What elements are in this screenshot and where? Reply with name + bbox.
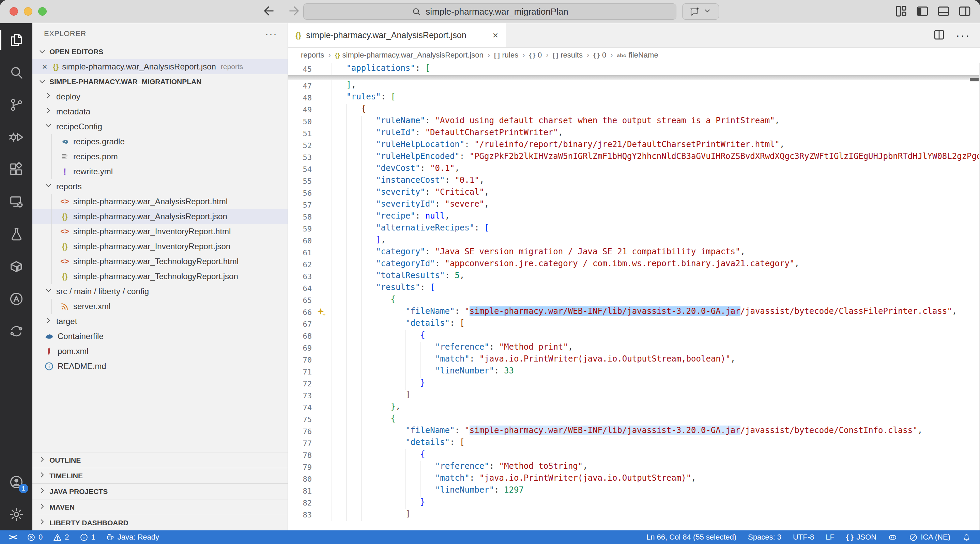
code-line-60[interactable]: 60],	[288, 235, 980, 247]
tree-file-recipes-pom[interactable]: recipes.pom	[32, 149, 288, 164]
code-line-80[interactable]: 80"match": "java.io.PrintWriter(java.io.…	[288, 473, 980, 485]
breadcrumb-item[interactable]: reports	[301, 51, 324, 60]
status-remote-indicator[interactable]: ><	[9, 533, 16, 542]
activity-source-control-icon[interactable]	[0, 89, 32, 121]
code-line-45[interactable]: 45"applications": [	[288, 63, 980, 75]
command-center-search[interactable]: simple-pharmacy.war_migrationPlan	[303, 3, 676, 20]
code-line-53[interactable]: 53"ruleHelpEncoded": "PGgzPkF2b2lkIHVzaW…	[288, 151, 980, 163]
section-outline[interactable]: OUTLINE	[32, 452, 288, 468]
code-line-62[interactable]: 62"categoryId": "appconversion.jre.categ…	[288, 259, 980, 271]
code-line-54[interactable]: 54"devCost": "0.1",	[288, 163, 980, 175]
copilot-chat-button[interactable]	[682, 3, 719, 20]
activity-run-debug-icon[interactable]	[0, 121, 32, 153]
close-tab-icon[interactable]: ×	[493, 30, 498, 41]
code-line-65[interactable]: 65{	[288, 295, 980, 306]
activity-app-modernization-icon[interactable]	[0, 282, 32, 315]
toggle-primary-sidebar-icon[interactable]	[915, 4, 929, 18]
code-line-48[interactable]: 48"rules": [	[288, 92, 980, 104]
activity-testing-icon[interactable]	[0, 218, 32, 250]
code-line-79[interactable]: 79"reference": "Method toString",	[288, 461, 980, 473]
activity-transform-icon[interactable]	[0, 315, 32, 347]
activity-remote-explorer-icon[interactable]	[0, 186, 32, 218]
navigate-forward-icon[interactable]	[287, 4, 301, 19]
code-line-56[interactable]: 56"severity": "Critical",	[288, 187, 980, 199]
activity-accounts-icon[interactable]: 1	[0, 466, 32, 498]
section-java-projects[interactable]: JAVA PROJECTS	[32, 484, 288, 499]
status-eol[interactable]: LF	[826, 533, 835, 542]
tree-folder-deploy[interactable]: deploy	[32, 89, 288, 104]
code-line-70[interactable]: 70"match": "java.io.PrintWriter(java.io.…	[288, 354, 980, 366]
code-line-63[interactable]: 63"totalResults": 5,	[288, 271, 980, 282]
open-editor-item[interactable]: × {} simple-pharmacy.war_AnalysisReport.…	[32, 59, 288, 74]
folded-line-band[interactable]	[288, 75, 980, 80]
status-infos[interactable]: 1	[80, 533, 95, 542]
activity-explorer-icon[interactable]	[0, 24, 32, 56]
code-line-58[interactable]: 58"recipe": null,	[288, 211, 980, 223]
status-java-status[interactable]: Java: Ready	[106, 533, 159, 542]
explorer-actions-icon[interactable]: ···	[265, 28, 277, 40]
breadcrumb-item[interactable]: { }0	[593, 51, 606, 60]
activity-containers-icon[interactable]	[0, 250, 32, 282]
code-line-57[interactable]: 57"severityId": "severe",	[288, 199, 980, 211]
code-line-52[interactable]: 52"ruleHelpLocation": "/ruleinfo/report/…	[288, 140, 980, 151]
status-encoding[interactable]: UTF-8	[793, 533, 814, 542]
code-line-83[interactable]: 83]	[288, 509, 980, 521]
tree-file-simple-pharmacy-war-analysisreport-html[interactable]: <>simple-pharmacy.war_AnalysisReport.htm…	[32, 194, 288, 209]
breadcrumb-item[interactable]: [ ]rules	[494, 51, 518, 60]
status-warnings[interactable]: 2	[53, 533, 69, 542]
navigate-back-icon[interactable]	[262, 4, 276, 19]
tab-analysis-report-json[interactable]: {} simple-pharmacy.war_AnalysisReport.js…	[288, 23, 506, 47]
tree-file-simple-pharmacy-war-inventoryreport-html[interactable]: <>simple-pharmacy.war_InventoryReport.ht…	[32, 224, 288, 239]
minimize-window-button[interactable]	[24, 7, 32, 16]
code-line-59[interactable]: 59"alternativeRecipes": [	[288, 223, 980, 235]
breadcrumb-item[interactable]: [ ]results	[553, 51, 583, 60]
status-indentation[interactable]: Spaces: 3	[748, 533, 781, 542]
tree-file-simple-pharmacy-war-technologyreport-json[interactable]: {}simple-pharmacy.war_TechnologyReport.j…	[32, 269, 288, 284]
tree-file-simple-pharmacy-war-inventoryreport-json[interactable]: {}simple-pharmacy.war_InventoryReport.js…	[32, 239, 288, 254]
section-liberty-dashboard[interactable]: LIBERTY DASHBOARD	[32, 515, 288, 530]
code-line-50[interactable]: 50"ruleName": "Avoid using default chars…	[288, 116, 980, 128]
section-project[interactable]: SIMPLE-PHARMACY.WAR_MIGRATIONPLAN	[32, 74, 288, 89]
section-open-editors[interactable]: OPEN EDITORS	[32, 44, 288, 59]
code-action-sparkle-icon[interactable]	[312, 306, 332, 318]
code-line-47[interactable]: 47],	[288, 80, 980, 92]
tree-file-server-xml[interactable]: server.xml	[32, 299, 288, 314]
code-line-76[interactable]: 76"fileName": "simple-pharmacy.war/WEB-I…	[288, 425, 980, 438]
activity-search-icon[interactable]	[0, 56, 32, 89]
code-line-73[interactable]: 73]	[288, 390, 980, 402]
breadcrumb-item[interactable]: { }0	[529, 51, 542, 60]
tree-folder-src-main-liberty-config[interactable]: src / main / liberty / config	[32, 284, 288, 299]
status-ica[interactable]: ICA (NE)	[909, 533, 950, 542]
code-line-67[interactable]: 67"details": [	[288, 318, 980, 330]
code-line-69[interactable]: 69"reference": "Method print",	[288, 342, 980, 354]
tree-file-simple-pharmacy-war-analysisreport-json[interactable]: {}simple-pharmacy.war_AnalysisReport.jso…	[32, 209, 288, 224]
code-line-72[interactable]: 72}	[288, 378, 980, 390]
status-language-mode[interactable]: { }JSON	[846, 533, 877, 542]
tree-file-rewrite-yml[interactable]: !rewrite.yml	[32, 164, 288, 179]
code-line-68[interactable]: 68{	[288, 330, 980, 342]
code-line-82[interactable]: 82}	[288, 497, 980, 509]
close-editor-icon[interactable]: ×	[40, 62, 49, 72]
code-line-49[interactable]: 49{	[288, 104, 980, 116]
chevron-down-icon[interactable]	[703, 7, 711, 16]
section-maven[interactable]: MAVEN	[32, 499, 288, 515]
breadcrumb-item[interactable]: abcfileName	[617, 51, 658, 60]
code-line-78[interactable]: 78{	[288, 449, 980, 461]
activity-extensions-icon[interactable]	[0, 153, 32, 186]
split-editor-icon[interactable]	[932, 28, 946, 43]
code-line-81[interactable]: 81"lineNumber": 1297	[288, 485, 980, 497]
status-cursor-position[interactable]: Ln 66, Col 84 (55 selected)	[646, 533, 737, 542]
tree-folder-recipeconfig[interactable]: recipeConfig	[32, 119, 288, 134]
layout-customize-icon[interactable]	[894, 4, 908, 18]
breadcrumb-item[interactable]: {}simple-pharmacy.war_AnalysisReport.jso…	[335, 51, 484, 60]
toggle-panel-icon[interactable]	[936, 4, 951, 18]
tree-file-recipes-gradle[interactable]: recipes.gradle	[32, 134, 288, 149]
code-line-64[interactable]: 64"results": [	[288, 282, 980, 295]
editor-more-actions-icon[interactable]: ···	[956, 29, 970, 42]
tree-folder-target[interactable]: target	[32, 314, 288, 329]
status-errors[interactable]: 0	[27, 533, 43, 542]
tree-file-simple-pharmacy-war-technologyreport-html[interactable]: <>simple-pharmacy.war_TechnologyReport.h…	[32, 254, 288, 269]
tree-folder-reports[interactable]: reports	[32, 179, 288, 194]
tree-folder-metadata[interactable]: metadata	[32, 104, 288, 119]
close-window-button[interactable]	[10, 7, 18, 16]
